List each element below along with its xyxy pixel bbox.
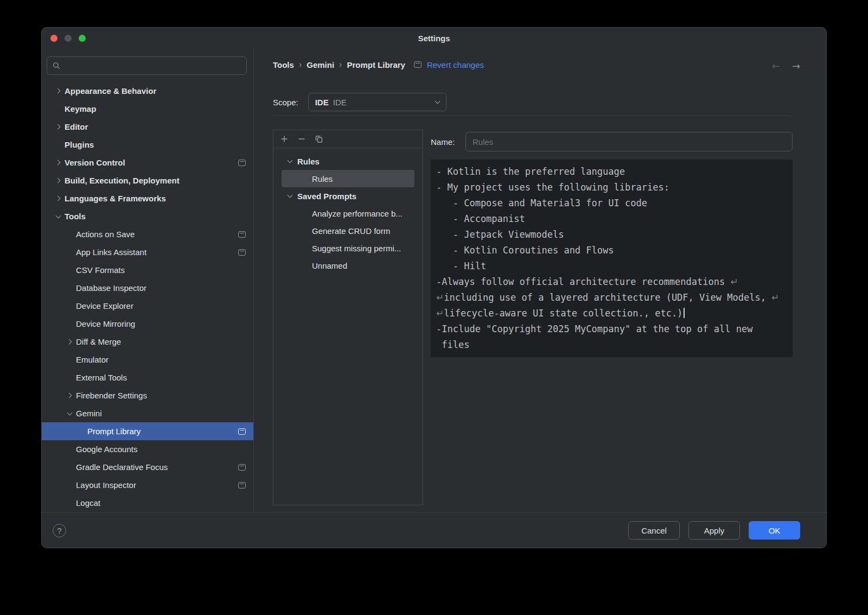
settings-window: Settings Appearance & BehaviorKeymapEdit… xyxy=(41,27,827,548)
sidebar-item-external-tools[interactable]: External Tools xyxy=(42,369,253,386)
breadcrumb-item-tools[interactable]: Tools xyxy=(273,60,294,69)
prompt-item-label: Analyze performance b... xyxy=(312,209,403,218)
editor-line[interactable]: ↵lifecycle-aware UI state collection., e… xyxy=(436,306,787,321)
ok-button[interactable]: OK xyxy=(749,521,800,540)
screen-settings-icon xyxy=(238,482,246,489)
back-arrow-icon[interactable]: ← xyxy=(772,60,780,72)
editor-line-text: - Kotlin Coroutines and Flows xyxy=(436,245,614,256)
editor-line[interactable]: - Accompanist xyxy=(436,211,787,227)
editor-line[interactable]: - Hilt xyxy=(436,258,787,274)
editor-line[interactable]: -Always follow official architecture rec… xyxy=(436,274,787,290)
minimize-window-button[interactable] xyxy=(65,35,72,42)
soft-wrap-icon: ↵ xyxy=(730,276,738,287)
editor-line[interactable]: - Compose and Material3 for UI code xyxy=(436,195,787,211)
sidebar-item-device-explorer[interactable]: Device Explorer xyxy=(42,297,253,315)
prompt-name-label: Name: xyxy=(431,137,465,147)
sidebar-item-label: Gradle Declarative Focus xyxy=(76,462,168,472)
sidebar-item-gemini[interactable]: Gemini xyxy=(42,404,253,422)
breadcrumb-parts: Tools›Gemini›Prompt Library xyxy=(273,60,405,69)
editor-line[interactable]: - Kotlin Coroutines and Flows xyxy=(436,243,787,258)
prompt-item-rules[interactable]: Rules xyxy=(282,170,414,187)
add-prompt-button[interactable] xyxy=(280,135,289,143)
sidebar-item-google-accounts[interactable]: Google Accounts xyxy=(42,440,253,458)
editor-line-text: including use of a layered architecture … xyxy=(444,292,771,303)
sidebar-item-label: Actions on Save xyxy=(76,230,135,239)
chevron-down-icon[interactable] xyxy=(67,410,72,415)
prompt-item-saved-prompts[interactable]: Saved Prompts xyxy=(273,187,423,205)
chevron-down-icon[interactable] xyxy=(287,158,292,163)
editor-line[interactable]: - My project uses the following librarie… xyxy=(436,180,787,195)
help-button[interactable]: ? xyxy=(53,524,66,537)
sidebar-item-app-links-assistant[interactable]: App Links Assistant xyxy=(42,243,253,261)
sidebar-item-tools[interactable]: Tools xyxy=(42,207,253,225)
scope-row: Scope: IDE IDE xyxy=(273,93,826,111)
sidebar-item-gradle-declarative-focus[interactable]: Gradle Declarative Focus xyxy=(42,458,253,476)
breadcrumb-item-prompt-library[interactable]: Prompt Library xyxy=(347,60,405,69)
chevron-right-icon[interactable] xyxy=(55,124,60,130)
prompt-library-panes: RulesRulesSaved PromptsAnalyze performan… xyxy=(273,130,826,505)
prompt-item-suggest-missing-permi[interactable]: Suggest missing permi... xyxy=(273,239,423,257)
editor-line[interactable]: - Jetpack Viewmodels xyxy=(436,227,787,243)
sidebar-item-label: Keymap xyxy=(65,104,96,113)
settings-search-input[interactable] xyxy=(64,61,241,71)
sidebar-item-firebender-settings[interactable]: Firebender Settings xyxy=(42,386,253,404)
prompt-item-label: Suggest missing permi... xyxy=(312,244,401,253)
sidebar-item-build-execution-deployment[interactable]: Build, Execution, Deployment xyxy=(42,172,253,189)
sidebar-item-database-inspector[interactable]: Database Inspector xyxy=(42,279,253,297)
chevron-down-icon[interactable] xyxy=(287,193,292,198)
dialog-footer: ? Cancel Apply OK xyxy=(42,512,826,548)
chevron-right-icon[interactable] xyxy=(55,178,60,183)
sidebar-item-keymap[interactable]: Keymap xyxy=(42,100,253,118)
sidebar-item-editor[interactable]: Editor xyxy=(42,118,253,136)
chevron-right-icon[interactable] xyxy=(66,393,72,398)
prompt-name-input[interactable] xyxy=(465,132,793,151)
prompt-item-generate-crud-form[interactable]: Generate CRUD form xyxy=(273,222,423,239)
settings-search-box[interactable] xyxy=(47,56,247,75)
copy-prompt-button[interactable] xyxy=(315,135,323,143)
sidebar-item-diff-merge[interactable]: Diff & Merge xyxy=(42,333,253,351)
remove-prompt-button[interactable] xyxy=(297,135,306,143)
chevron-right-icon[interactable] xyxy=(55,196,60,201)
revert-changes-link[interactable]: Revert changes xyxy=(427,60,484,69)
editor-line[interactable]: files xyxy=(436,337,787,353)
prompt-item-unnamed[interactable]: Unnamed xyxy=(273,257,423,274)
sidebar-item-device-mirroring[interactable]: Device Mirroring xyxy=(42,315,253,333)
scope-select[interactable]: IDE IDE xyxy=(308,93,446,111)
cancel-button[interactable]: Cancel xyxy=(628,521,680,540)
editor-line[interactable]: ↵including use of a layered architecture… xyxy=(436,290,787,306)
zoom-window-button[interactable] xyxy=(79,35,86,42)
forward-arrow-icon[interactable]: → xyxy=(792,60,800,72)
chevron-right-icon[interactable] xyxy=(66,339,72,345)
sidebar-item-csv-formats[interactable]: CSV Formats xyxy=(42,261,253,279)
prompt-item-rules[interactable]: Rules xyxy=(273,153,423,170)
sidebar-item-emulator[interactable]: Emulator xyxy=(42,351,253,369)
close-window-button[interactable] xyxy=(50,35,58,42)
chevron-right-icon[interactable] xyxy=(55,160,60,166)
chevron-down-icon[interactable] xyxy=(55,213,61,218)
titlebar: Settings xyxy=(42,28,826,48)
sidebar-item-prompt-library[interactable]: Prompt Library xyxy=(42,422,253,440)
breadcrumb-item-gemini[interactable]: Gemini xyxy=(307,60,334,69)
scope-badge: IDE xyxy=(315,98,329,107)
prompt-item-label: Rules xyxy=(297,157,320,166)
sidebar-item-logcat[interactable]: Logcat xyxy=(42,494,253,512)
sidebar-item-appearance-behavior[interactable]: Appearance & Behavior xyxy=(42,82,253,100)
editor-line[interactable]: - Kotlin is the preferred language xyxy=(436,164,787,180)
sidebar-item-label: App Links Assistant xyxy=(76,248,146,257)
sidebar-item-label: External Tools xyxy=(76,373,127,382)
sidebar-item-languages-frameworks[interactable]: Languages & Frameworks xyxy=(42,189,253,207)
chevron-right-icon[interactable] xyxy=(55,88,60,94)
sidebar-item-version-control[interactable]: Version Control xyxy=(42,154,253,172)
sidebar-item-actions-on-save[interactable]: Actions on Save xyxy=(42,225,253,243)
sidebar-item-layout-inspector[interactable]: Layout Inspector xyxy=(42,476,253,494)
text-caret xyxy=(684,308,685,318)
apply-button[interactable]: Apply xyxy=(688,521,740,540)
editor-line[interactable]: -Include "Copyright 2025 MyCompany" at t… xyxy=(436,321,787,337)
scope-label: Scope: xyxy=(273,98,298,107)
sidebar-item-label: Logcat xyxy=(76,498,100,508)
prompt-item-analyze-performance-b[interactable]: Analyze performance b... xyxy=(273,205,423,222)
sidebar-item-plugins[interactable]: Plugins xyxy=(42,136,253,154)
sidebar-item-label: CSV Formats xyxy=(76,265,125,275)
sidebar-item-label: Languages & Frameworks xyxy=(65,194,166,203)
prompt-editor[interactable]: - Kotlin is the preferred language- My p… xyxy=(431,160,793,357)
